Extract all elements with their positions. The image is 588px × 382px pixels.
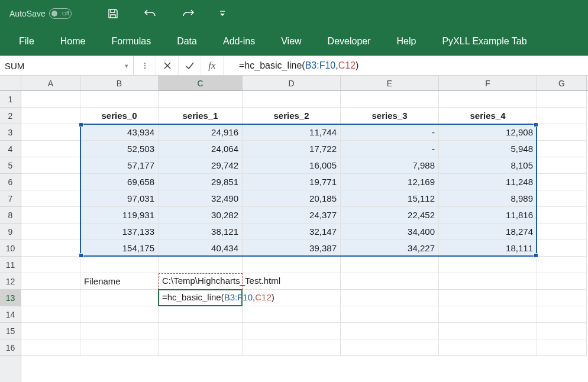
cell[interactable]: 43,934 xyxy=(80,124,159,141)
cell[interactable] xyxy=(537,257,587,273)
cell[interactable] xyxy=(537,108,587,124)
tab-data[interactable]: Data xyxy=(164,27,210,56)
cell[interactable] xyxy=(80,306,159,323)
autosave-control[interactable]: AutoSave Off xyxy=(9,8,72,19)
cell[interactable] xyxy=(21,339,80,356)
enter-button[interactable] xyxy=(179,56,201,75)
cell[interactable]: 40,434 xyxy=(159,240,243,257)
cell[interactable]: 137,133 xyxy=(80,224,159,240)
row-header[interactable]: 5 xyxy=(0,157,21,174)
cell[interactable] xyxy=(341,290,439,306)
col-header[interactable]: C xyxy=(159,76,243,90)
tab-file[interactable]: File xyxy=(6,27,47,56)
cell[interactable]: - xyxy=(341,124,439,141)
cell[interactable] xyxy=(341,339,439,356)
col-header[interactable]: E xyxy=(341,76,439,90)
cell[interactable] xyxy=(80,290,159,306)
cell[interactable] xyxy=(439,306,537,323)
cell[interactable] xyxy=(21,108,80,124)
cell[interactable]: 18,274 xyxy=(439,224,537,240)
cell[interactable] xyxy=(159,323,243,339)
col-header[interactable]: D xyxy=(243,76,341,90)
cell[interactable]: 24,377 xyxy=(243,207,341,224)
cell[interactable] xyxy=(243,290,341,306)
cell[interactable] xyxy=(439,290,537,306)
cell[interactable]: series_3 xyxy=(341,108,439,124)
cell[interactable]: 32,490 xyxy=(159,190,243,207)
cell[interactable]: 8,105 xyxy=(439,157,537,174)
cell[interactable]: 11,816 xyxy=(439,207,537,224)
cell[interactable] xyxy=(21,141,80,157)
cell[interactable]: 18,111 xyxy=(439,240,537,257)
row-header[interactable]: 14 xyxy=(0,306,21,323)
cell[interactable]: 20,185 xyxy=(243,190,341,207)
cell[interactable] xyxy=(537,91,587,108)
row-header[interactable]: 13 xyxy=(0,290,21,306)
cell[interactable] xyxy=(341,323,439,339)
cell[interactable] xyxy=(537,306,587,323)
cell[interactable] xyxy=(80,339,159,356)
cell[interactable]: 11,248 xyxy=(439,174,537,190)
cell-filename-value[interactable] xyxy=(159,273,243,290)
row-header[interactable]: 1 xyxy=(0,91,21,108)
tab-formulas[interactable]: Formulas xyxy=(98,27,164,56)
cell[interactable] xyxy=(243,306,341,323)
cell[interactable] xyxy=(243,273,341,290)
cell[interactable] xyxy=(439,257,537,273)
cell[interactable]: series_0 xyxy=(80,108,159,124)
cell[interactable] xyxy=(341,273,439,290)
cell[interactable] xyxy=(537,174,587,190)
cell[interactable] xyxy=(80,91,159,108)
cell[interactable] xyxy=(439,339,537,356)
cell[interactable]: 52,503 xyxy=(80,141,159,157)
cell-editing[interactable] xyxy=(159,290,243,306)
select-all-corner[interactable] xyxy=(0,76,21,91)
name-box[interactable]: SUM ▾ xyxy=(0,56,134,75)
cell[interactable] xyxy=(21,224,80,240)
cell[interactable] xyxy=(537,240,587,257)
cell[interactable] xyxy=(537,141,587,157)
cell[interactable] xyxy=(243,339,341,356)
tab-view[interactable]: View xyxy=(268,27,314,56)
cell[interactable] xyxy=(537,157,587,174)
cell[interactable]: 7,988 xyxy=(341,157,439,174)
formula-input[interactable]: =hc_basic_line(B3:F10,C12) xyxy=(224,56,588,75)
cell[interactable] xyxy=(21,306,80,323)
row-header[interactable]: 15 xyxy=(0,323,21,339)
cell[interactable]: 32,147 xyxy=(243,224,341,240)
cell[interactable]: 30,282 xyxy=(159,207,243,224)
undo-icon[interactable] xyxy=(144,8,157,20)
cell[interactable] xyxy=(21,190,80,207)
cell[interactable]: 29,851 xyxy=(159,174,243,190)
cell[interactable] xyxy=(80,257,159,273)
col-header[interactable]: G xyxy=(537,76,587,90)
cell[interactable] xyxy=(21,207,80,224)
cell[interactable] xyxy=(439,273,537,290)
row-header[interactable]: 16 xyxy=(0,339,21,356)
cell[interactable] xyxy=(21,290,80,306)
autosave-toggle[interactable]: Off xyxy=(49,8,72,19)
cell[interactable]: - xyxy=(341,141,439,157)
formula-bar-expand-icon[interactable] xyxy=(134,56,156,75)
cell[interactable] xyxy=(21,257,80,273)
cell[interactable] xyxy=(159,306,243,323)
cell[interactable] xyxy=(537,290,587,306)
cell[interactable] xyxy=(159,339,243,356)
cell[interactable] xyxy=(341,257,439,273)
cell[interactable] xyxy=(21,174,80,190)
cell[interactable]: 97,031 xyxy=(80,190,159,207)
cell[interactable] xyxy=(537,190,587,207)
cell[interactable] xyxy=(439,323,537,339)
cell[interactable] xyxy=(21,124,80,141)
cell[interactable]: 12,169 xyxy=(341,174,439,190)
row-header[interactable]: 3 xyxy=(0,124,21,141)
cell[interactable] xyxy=(21,240,80,257)
cell[interactable] xyxy=(243,257,341,273)
tab-developer[interactable]: Developer xyxy=(315,27,384,56)
cell[interactable]: 119,931 xyxy=(80,207,159,224)
cell[interactable]: series_2 xyxy=(243,108,341,124)
cell[interactable]: 19,771 xyxy=(243,174,341,190)
tab-help[interactable]: Help xyxy=(384,27,429,56)
row-header[interactable]: 10 xyxy=(0,240,21,257)
tab-addins[interactable]: Add-ins xyxy=(210,27,268,56)
